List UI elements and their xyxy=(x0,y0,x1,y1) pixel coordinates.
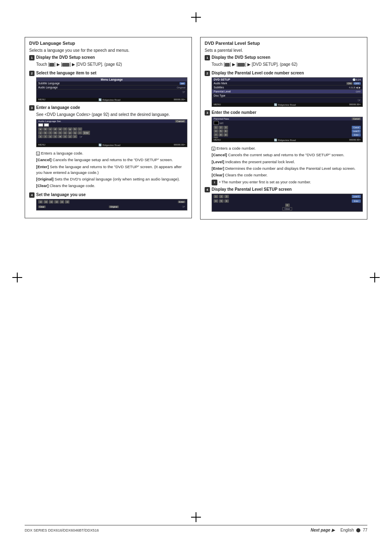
key-g[interactable]: g xyxy=(68,127,72,131)
key-q[interactable]: q xyxy=(73,131,77,134)
key-h[interactable]: h xyxy=(73,127,77,131)
touch-hand-p4: ☞ xyxy=(357,211,361,212)
num-6[interactable]: 6 xyxy=(224,130,228,133)
step4-clear-btn[interactable]: Clear xyxy=(38,206,46,208)
key-m[interactable]: m xyxy=(53,131,58,134)
step4-enter-btn[interactable]: Enter xyxy=(178,201,185,203)
lang-step-3-text: Enter a language code xyxy=(36,105,80,110)
key-w[interactable]: w xyxy=(58,135,62,138)
off-btn[interactable]: OFF xyxy=(353,82,361,85)
key-n[interactable]: n xyxy=(58,131,62,134)
language-setup-intro: Selects a language you use for the speec… xyxy=(29,48,187,53)
lang-menu-screen: Menu Language Subtitle Language set Audi… xyxy=(36,77,187,102)
numpad-row-1: 1 2 3 Cancel xyxy=(214,126,361,129)
parental-input-box[interactable] xyxy=(214,121,219,125)
num-7[interactable]: 7 xyxy=(214,133,218,136)
key-x[interactable]: x xyxy=(63,135,67,138)
screen-arrows: ☞ xyxy=(37,90,187,95)
num-9[interactable]: 9 xyxy=(224,133,228,136)
kb-input-2[interactable] xyxy=(44,123,49,127)
dvd-status: MENU 🔄 Ridgeview Road 99999.99≈ xyxy=(212,103,362,106)
p4-hand-row: ☞ xyxy=(212,210,362,212)
parental-label: Parental Level xyxy=(214,90,231,93)
enter-key[interactable]: Enter xyxy=(83,131,90,135)
parental-cancel-btn[interactable]: Cancel xyxy=(352,118,361,120)
p-nav: 🔄 Ridgeview Road xyxy=(274,139,295,141)
key-s[interactable]: s xyxy=(38,135,43,138)
key-d[interactable]: d xyxy=(53,127,58,131)
num-icon: 1 xyxy=(36,152,40,155)
kb-input-row xyxy=(37,123,187,127)
parental-step-2-text: Display the Parental Level code number s… xyxy=(212,71,304,75)
lang-desc-list: 1 Enters a language code. [Cancel] Cance… xyxy=(36,150,187,189)
lang-keyboard-screen: Audio Language Set. Cancel a b c xyxy=(36,119,187,147)
kb-status: MENU 🔄 Ridgeview Road 99999.99≈ xyxy=(37,143,187,147)
kb-input-1[interactable] xyxy=(38,123,43,127)
np-cancel[interactable]: Cancel xyxy=(352,126,361,129)
key-p[interactable]: p xyxy=(68,131,72,134)
screen-status: MENU 🔄 Ridgeview Road 99999.99≈ xyxy=(37,98,187,102)
key-v[interactable]: v xyxy=(53,135,58,138)
right-column: DVD Parental Level Setup Sets a parental… xyxy=(200,37,367,220)
parental-desc-list: 1 Enters a code number. [Cancel] Cancels… xyxy=(212,146,363,178)
num-3[interactable]: 3 xyxy=(224,126,228,129)
np-enter[interactable]: Enter xyxy=(352,133,361,136)
key-a[interactable]: a xyxy=(38,127,43,131)
p4-clear[interactable]: Clear xyxy=(282,207,292,210)
key-e[interactable]: e xyxy=(58,127,62,131)
key-t[interactable]: t xyxy=(43,135,48,138)
key-f[interactable]: f xyxy=(63,127,67,131)
key-o[interactable]: o xyxy=(63,131,67,134)
kb-title: Audio Language Set. xyxy=(38,120,61,123)
step4-original-btn[interactable]: Original xyxy=(109,206,118,208)
p4-k1[interactable]: 1 xyxy=(214,195,218,198)
on-btn[interactable]: ON xyxy=(346,82,353,85)
dvd-title: DVD SETUP xyxy=(214,78,230,81)
num-8[interactable]: 8 xyxy=(219,133,223,136)
lang-step-3: 3 Enter a language code See <DVD Languag… xyxy=(29,105,187,147)
screen-row-1: Subtitle Language set xyxy=(37,81,187,86)
p4-k3[interactable]: 3 xyxy=(224,195,229,198)
numpad-row-3: 7 8 9 Enter xyxy=(214,133,361,136)
key-j[interactable]: j xyxy=(38,131,43,134)
bottom-bar: DDX SERIES DDX616/DDX6046BT/DDX516 Next … xyxy=(25,525,367,532)
right-center-crosshair xyxy=(370,273,380,282)
p4-k2[interactable]: 2 xyxy=(219,195,224,198)
next-page-label: Next page ▶ xyxy=(311,528,335,532)
p4-enter[interactable]: Enter xyxy=(352,199,361,203)
num-1[interactable]: 1 xyxy=(214,126,218,129)
p4-k4[interactable]: 4 xyxy=(214,199,218,203)
key-y[interactable]: y xyxy=(68,135,72,138)
touch-hand-parental: ☞ xyxy=(357,98,361,102)
num-2[interactable]: 2 xyxy=(219,126,223,129)
key-i[interactable]: i xyxy=(78,127,82,131)
p4-k5[interactable]: 5 xyxy=(219,199,224,203)
np-spacer2 xyxy=(228,130,351,133)
series-info: DDX SERIES DDX616/DDX6046BT/DDX516 xyxy=(25,528,99,532)
lang-step-1-body: Touch [] ▶ [] ▶ [DVD SETUP]. (page 62) xyxy=(36,62,187,67)
p-level-key: [Level] xyxy=(212,160,224,164)
dvd-menu: MENU xyxy=(214,103,221,106)
parental-kb-top: Parental Pass Cancel xyxy=(212,117,362,120)
page-info: Next page ▶ English 77 xyxy=(311,528,367,532)
key-l[interactable]: l xyxy=(48,131,53,134)
enter-key-label: [Enter] xyxy=(36,164,49,169)
p4-k0[interactable]: 0 xyxy=(285,204,290,207)
key-r[interactable]: r xyxy=(78,131,82,134)
p4-level5[interactable]: Level 5 xyxy=(352,195,361,198)
numpad-row-2: 4 5 6 Level 5 xyxy=(214,130,361,133)
key-k[interactable]: k xyxy=(43,131,48,134)
parental-step-1: 1 Display the DVD Setup screen Touch [] … xyxy=(205,55,363,67)
key-u[interactable]: u xyxy=(48,135,53,138)
original-key: [Original] xyxy=(36,177,53,181)
num-4[interactable]: 4 xyxy=(214,130,218,133)
touch-hand-4: ☞ xyxy=(182,205,185,209)
p4-k6[interactable]: 6 xyxy=(224,199,229,203)
num-5[interactable]: 5 xyxy=(219,130,223,133)
key-z[interactable]: z xyxy=(73,135,77,138)
key-b[interactable]: b xyxy=(43,127,48,131)
lang-step-3-label: 3 Enter a language code xyxy=(29,105,187,111)
np-level[interactable]: Level 5 xyxy=(352,130,361,133)
key-c[interactable]: c xyxy=(48,127,53,131)
p-step4-row3: 0 xyxy=(212,203,362,207)
